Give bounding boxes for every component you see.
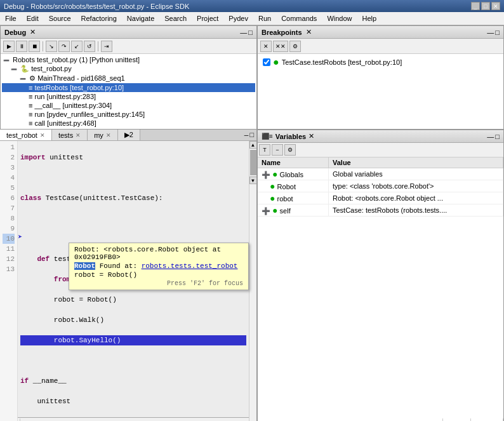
show-type-button[interactable]: T xyxy=(259,144,270,156)
scroll-down-button[interactable]: ▼ xyxy=(249,177,257,184)
breakpoint-item[interactable]: ● TestCase.testRobots [test_robot.py:10] xyxy=(259,55,502,69)
maximize-button[interactable]: □ xyxy=(481,2,490,10)
tooltip-found-text: Found at: xyxy=(100,262,142,270)
menu-refactoring[interactable]: Refactoring xyxy=(76,13,122,23)
step-into-button[interactable]: ↘ xyxy=(46,41,57,52)
breakpoints-tab-label: Breakpoints xyxy=(262,29,302,36)
editor-tab-tests[interactable]: tests ✕ xyxy=(52,130,88,140)
drop-to-frame-button[interactable]: ↺ xyxy=(84,41,95,52)
var-name: self xyxy=(280,207,291,215)
suspend-button[interactable]: ⏸ xyxy=(16,41,27,52)
tab-close-icon[interactable]: ✕ xyxy=(76,132,81,138)
breakpoints-panel-header: Breakpoints ✕ — □ xyxy=(258,26,503,39)
variables-header-left: ⬛≡ Variables ✕ xyxy=(262,132,314,140)
tab-close-icon[interactable]: ✕ xyxy=(40,132,45,138)
tree-item-frame-2[interactable]: ≡ run [unittest.py:283] xyxy=(2,92,255,101)
expand-icon[interactable]: ➕ xyxy=(262,171,270,178)
var-row-globals[interactable]: ➕ ● Globals Global variables xyxy=(258,168,503,180)
resume-button[interactable]: ▶ xyxy=(3,41,15,52)
toolbar-sep-1 xyxy=(43,41,43,51)
maximize-editor-icon[interactable]: □ xyxy=(249,131,254,139)
debug-tab-close[interactable]: ✕ xyxy=(30,28,36,36)
var-settings-button[interactable]: ⚙ xyxy=(284,144,296,156)
menu-file[interactable]: File xyxy=(0,13,22,23)
maximize-panel-icon[interactable]: □ xyxy=(248,29,253,36)
tree-item-frame-4[interactable]: ≡ run [pydev_runfiles_unittest.py:145] xyxy=(2,110,255,119)
scroll-thumb[interactable] xyxy=(250,150,256,175)
variables-tab-close[interactable]: ✕ xyxy=(308,132,314,140)
breakpoints-list: ● TestCase.testRobots [test_robot.py:10] xyxy=(258,54,503,129)
menu-window[interactable]: Window xyxy=(322,13,357,23)
editor-tab-my[interactable]: my ✕ xyxy=(88,130,118,140)
menu-bar: File Edit Source Refactoring Navigate Se… xyxy=(0,12,504,25)
code-line-9: robot.Walk() xyxy=(20,315,246,325)
menu-pydev[interactable]: Pydev xyxy=(223,13,253,23)
editor-tab-more[interactable]: ▶2 xyxy=(118,130,140,140)
maximize-var-icon[interactable]: □ xyxy=(495,133,500,140)
tree-item-label: test_robot.py xyxy=(31,65,72,72)
menu-run[interactable]: Run xyxy=(253,13,276,23)
minimize-panel-icon[interactable]: — xyxy=(240,29,247,36)
step-return-button[interactable]: ↙ xyxy=(71,41,83,52)
code-line-2 xyxy=(20,173,246,183)
var-row-robot-class[interactable]: ● Robot type: <class 'robots.core.Robot'… xyxy=(258,180,503,192)
minimize-editor-icon[interactable]: — xyxy=(244,131,249,139)
disconnect-button[interactable]: ⇥ xyxy=(101,41,112,52)
var-value: Robot: <robots.core.Robot object ... xyxy=(328,192,503,204)
var-status-dot: ● xyxy=(272,169,277,179)
toolbar-sep-2 xyxy=(98,41,98,51)
remove-bp-button[interactable]: ✕ xyxy=(260,41,272,52)
variables-panel-controls[interactable]: — □ xyxy=(487,133,500,140)
breakpoints-panel-controls[interactable]: — □ xyxy=(487,29,500,36)
step-over-button[interactable]: ↷ xyxy=(58,41,70,52)
expand-icon[interactable]: ➕ xyxy=(262,207,270,215)
tree-item-frame-selected[interactable]: ≡ testRobots [test_robot.py:10] xyxy=(2,83,255,92)
tree-item-frame-3[interactable]: ≡ __call__ [unittest.py:304] xyxy=(2,101,255,110)
var-row-self[interactable]: ➕ ● self TestCase: testRobots (robots.te… xyxy=(258,204,503,217)
code-lines[interactable]: ➤ import unittest class TestCase(unittes… xyxy=(18,141,249,421)
code-line-3: class TestCase(unittest.TestCase): xyxy=(20,193,246,203)
code-editor[interactable]: 12345 6789 10 111213 ➤ import unittest c… xyxy=(0,141,256,421)
menu-source[interactable]: Source xyxy=(44,13,76,23)
window-title: Debug - Robots/src/robots/tests/test_rob… xyxy=(4,3,189,10)
collapse-button[interactable]: − xyxy=(272,144,283,156)
menu-help[interactable]: Help xyxy=(357,13,382,23)
remove-all-bp-button[interactable]: ✕✕ xyxy=(273,41,288,52)
tab-label: tests xyxy=(58,131,73,139)
var-name: robot xyxy=(277,195,293,203)
bp-settings-button[interactable]: ⚙ xyxy=(289,41,301,52)
tooltip-link[interactable]: robots.tests.test_robot xyxy=(142,262,238,270)
minimize-var-icon[interactable]: — xyxy=(487,133,494,140)
window-controls[interactable]: _ □ ✕ xyxy=(471,2,500,10)
debug-panel-header: Debug ✕ — □ xyxy=(1,26,256,39)
tree-item-frame-5[interactable]: ≡ call [unittest.py:468] xyxy=(2,119,255,128)
debug-tree: ➖ Robots test_robot.py (1) [Python unitt… xyxy=(1,54,256,129)
breakpoints-tabs: Breakpoints ✕ xyxy=(262,28,312,36)
breakpoint-checkbox[interactable] xyxy=(263,58,270,66)
terminate-button[interactable]: ⏹ xyxy=(29,41,40,52)
menu-edit[interactable]: Edit xyxy=(22,13,44,23)
scroll-up-button[interactable]: ▲ xyxy=(249,141,257,149)
title-bar: Debug - Robots/src/robots/tests/test_rob… xyxy=(0,0,504,12)
tree-item-thread[interactable]: ➖ ⚙ MainThread - pid1688_seq1 xyxy=(2,74,255,83)
tree-item-root[interactable]: ➖ Robots test_robot.py (1) [Python unitt… xyxy=(2,55,255,64)
line-numbers: 12345 6789 10 111213 xyxy=(0,141,18,421)
menu-navigate[interactable]: Navigate xyxy=(122,13,159,23)
editor-tab-test-robot[interactable]: test_robot ✕ xyxy=(0,130,52,140)
variables-table: Name Value ➕ ● Globals Global variables xyxy=(258,157,503,421)
var-row-robot-inst[interactable]: ● robot Robot: <robots.core.Robot object… xyxy=(258,192,503,204)
minimize-bp-icon[interactable]: — xyxy=(487,29,494,36)
minimize-button[interactable]: _ xyxy=(471,2,480,10)
breakpoints-tab-close[interactable]: ✕ xyxy=(306,28,312,36)
tab-close-icon[interactable]: ✕ xyxy=(106,132,111,138)
frame-icon: ≡ xyxy=(29,84,32,91)
tree-item-label: __call__ [unittest.py:304] xyxy=(34,102,112,109)
menu-commands[interactable]: Commands xyxy=(276,13,322,23)
menu-search[interactable]: Search xyxy=(159,13,192,23)
tree-item-file[interactable]: ➖ 🐍 test_robot.py xyxy=(2,64,255,74)
menu-project[interactable]: Project xyxy=(192,13,223,23)
editor-scrollbar-v[interactable]: ▲ ▼ xyxy=(249,141,256,421)
close-button[interactable]: ✕ xyxy=(491,2,500,10)
debug-panel-controls[interactable]: — □ xyxy=(240,29,253,36)
maximize-bp-icon[interactable]: □ xyxy=(495,29,500,36)
